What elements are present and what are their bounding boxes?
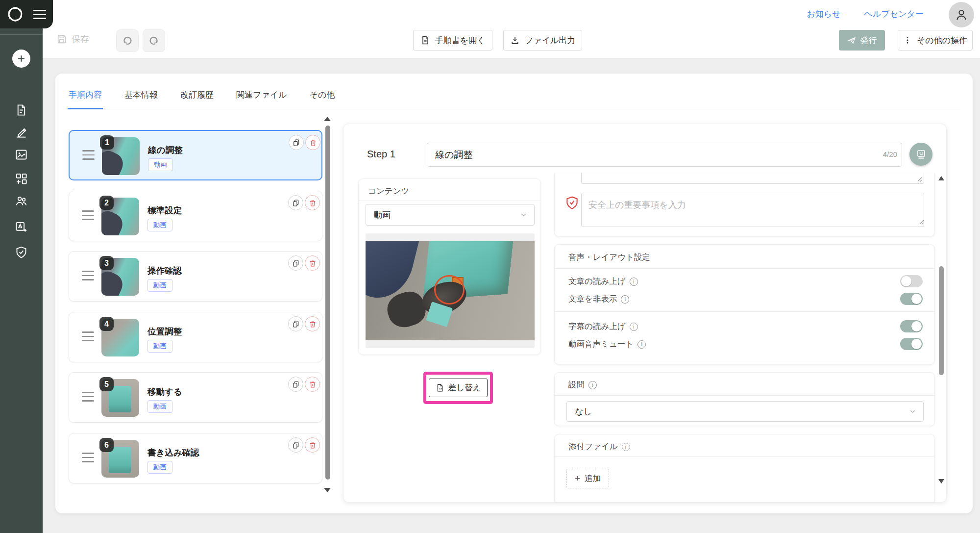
duplicate-step-button[interactable] [288,316,303,331]
widgets-icon [15,172,28,185]
step-list-item[interactable]: 6 書き込み確認 動画 [69,433,322,483]
drag-handle-icon[interactable] [82,150,95,160]
replace-media-button[interactable]: 差し替え [429,379,488,397]
video-frame [366,241,535,340]
info-icon[interactable] [588,381,597,389]
undo-button[interactable] [116,29,139,52]
delete-step-button[interactable] [305,377,320,392]
content-type-badge: 動画 [147,219,172,231]
resize-handle-icon[interactable] [918,219,924,225]
content-panel: コンテンツ 動画 差し替え [358,178,541,355]
safety-note-input[interactable] [581,193,924,227]
sidebar-item-users[interactable] [15,195,28,208]
create-new-button[interactable] [12,50,30,68]
content-type-select[interactable]: 動画 [366,204,535,226]
info-icon[interactable] [637,340,646,349]
duplicate-step-button[interactable] [288,255,303,271]
step-editor-panel: Step 1 4/20 コンテンツ 動画 [343,124,947,503]
step-number-badge: 6 [99,438,114,452]
step-title: 移動する [147,386,182,398]
step-title: 位置調整 [147,326,182,337]
open-manual-button[interactable]: 手順書を開く [413,30,492,51]
file-export-button[interactable]: ファイル出力 [503,30,582,51]
step-list-item[interactable]: 1 線の調整 動画 [69,130,322,180]
step-list-item[interactable]: 3 操作確認 動画 [69,251,322,302]
toggle-video-mute[interactable] [900,338,923,350]
sidebar-item-approval[interactable] [15,246,28,259]
tab-others[interactable]: その他 [309,85,336,109]
copy-icon [293,139,300,147]
news-link[interactable]: お知らせ [807,8,840,20]
drag-handle-icon[interactable] [82,392,94,402]
tab-revision-history[interactable]: 改訂履歴 [179,85,215,109]
toggle-subtitle-readaloud[interactable] [900,320,923,332]
list-scroll-down[interactable] [324,488,331,492]
redo-icon [148,35,160,47]
resize-handle-icon[interactable] [916,176,922,182]
delete-step-button[interactable] [305,437,320,453]
image-file-icon [436,383,444,392]
content-type-badge: 動画 [147,279,172,292]
plus-icon [17,54,26,63]
hamburger-menu-button[interactable] [33,8,46,21]
info-icon[interactable] [630,278,638,286]
drag-handle-icon[interactable] [82,271,94,280]
step-list-item[interactable]: 5 移動する 動画 [69,372,322,423]
info-icon[interactable] [630,323,638,331]
publish-button[interactable]: 発行 [839,30,885,51]
sidebar-item-dashboard[interactable] [15,172,28,185]
info-icon[interactable] [622,443,630,451]
image-icon [15,148,28,161]
app-sidebar [0,0,43,533]
audio-layout-header: 音声・レイアウト設定 [568,252,650,263]
tab-bar: 手順内容 基本情報 改訂履歴 関連ファイル その他 [68,85,960,109]
editor-scroll-up[interactable] [938,176,944,180]
content-type-badge: 動画 [148,158,173,171]
sidebar-item-translate[interactable] [15,221,28,234]
step-list-item[interactable]: 2 標準設定 動画 [69,191,322,241]
info-icon[interactable] [621,295,629,304]
drag-handle-icon[interactable] [82,210,94,220]
redo-button[interactable] [143,29,165,52]
delete-step-button[interactable] [305,255,320,271]
question-select[interactable]: なし [566,401,924,422]
user-avatar[interactable] [949,2,974,27]
save-button[interactable]: 保存 [56,33,89,45]
swirl-logo[interactable] [5,4,25,24]
toggle-text-readaloud[interactable] [900,275,923,287]
sidebar-item-manuals[interactable] [15,103,28,117]
delete-step-button[interactable] [305,195,320,210]
add-attachment-button[interactable]: 追加 [566,469,609,488]
duplicate-step-button[interactable] [288,195,303,210]
delete-step-button[interactable] [305,316,320,331]
editor-scrollbar[interactable] [939,266,944,375]
preview-button[interactable] [909,143,932,166]
delete-step-button[interactable] [305,135,320,150]
floppy-icon [56,34,67,45]
tab-basic-info[interactable]: 基本情報 [123,85,159,109]
more-actions-button[interactable]: その他の操作 [898,30,973,51]
trash-icon [309,259,317,267]
sidebar-item-edit[interactable] [15,126,28,139]
duplicate-step-button[interactable] [289,135,304,150]
char-counter: 4/20 [868,150,897,158]
sidebar-item-media[interactable] [15,148,28,161]
duplicate-step-button[interactable] [288,377,303,392]
toggle-hide-text[interactable] [900,293,923,305]
duplicate-step-button[interactable] [288,437,303,453]
tab-related-files[interactable]: 関連ファイル [235,85,288,109]
annotation-circle [434,275,465,305]
step-list-item[interactable]: 4 位置調整 動画 [69,312,322,362]
description-textarea[interactable] [581,173,924,184]
list-scroll-up[interactable] [324,117,331,121]
step-title-input[interactable] [427,143,902,167]
tab-step-content[interactable]: 手順内容 [68,85,103,109]
drag-handle-icon[interactable] [82,453,94,462]
highlight-frame: 差し替え [423,372,493,404]
drag-handle-icon[interactable] [82,331,94,341]
list-scrollbar[interactable] [325,126,330,480]
content-header: コンテンツ [368,186,409,197]
help-center-link[interactable]: ヘルプセンター [864,8,924,20]
editor-scroll-down[interactable] [938,479,944,483]
video-preview[interactable]: 差し替え [366,233,535,348]
